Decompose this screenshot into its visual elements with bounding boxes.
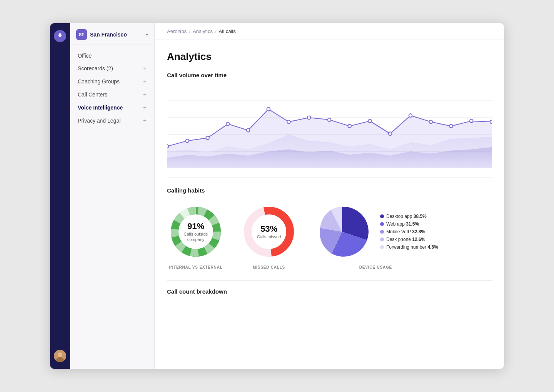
svg-point-8 [186,139,189,143]
svg-point-9 [206,136,209,140]
legend-dot-deskphone [380,238,384,241]
svg-point-21 [449,125,452,128]
call-count-title: Call count breakdown [167,288,492,295]
chevron-down-icon: ▾ [146,32,148,37]
breadcrumb-aerolabs[interactable]: Aerolabs [167,28,187,34]
content-body: Analytics Call volume over time [155,40,504,369]
device-usage-chart: Desktop app 38.5% Web app 31.5% Mobile V… [313,203,438,269]
svg-point-22 [470,119,473,123]
donut-percent-1: 91% Calls outside company [182,221,210,243]
section-divider [167,178,492,178]
svg-point-7 [167,145,169,148]
missed-calls-chart: 53% Calls missed MISSED CALLS [240,203,298,269]
svg-point-1 [58,352,62,357]
expand-icon: + [143,78,147,85]
app-logo[interactable] [54,30,66,42]
workspace-header[interactable]: SF San Francisco ▾ [70,23,154,45]
svg-point-19 [409,114,412,117]
svg-point-14 [307,116,310,120]
donut-label-2: MISSED CALLS [253,265,285,269]
svg-point-13 [287,120,290,124]
sidebar-item-office[interactable]: Office [70,50,154,62]
call-volume-title: Call volume over time [167,72,492,78]
charts-row: 91% Calls outside company INTERNAL VS EX… [167,203,492,269]
sidebar-item-privacy-legal[interactable]: Privacy and Legal + [70,114,154,127]
workspace-name: San Francisco [90,32,143,38]
svg-point-18 [389,132,392,135]
legend-item-webapp: Web app 31.5% [380,221,438,227]
donut-internal-external: 91% Calls outside company [167,203,225,261]
expand-icon: + [143,91,147,98]
sidebar-item-call-centers[interactable]: Call Centers + [70,88,154,101]
svg-point-10 [226,122,229,126]
pie-chart [313,203,371,261]
pie-label: DEVICE USAGE [359,265,392,269]
legend-dot-mobilevoip [380,230,384,234]
logo-icon [56,32,64,41]
breadcrumb-current: All calls [219,28,236,34]
calling-habits-title: Calling habits [167,187,492,194]
sidebar-item-coaching-groups[interactable]: Coaching Groups + [70,75,154,88]
expand-icon: + [143,117,147,124]
donut-label-1: INTERNAL VS EXTERNAL [169,265,222,269]
svg-point-15 [328,118,331,121]
breadcrumb-analytics[interactable]: Analytics [193,28,213,34]
device-usage-legend: Desktop app 38.5% Web app 31.5% Mobile V… [380,214,438,250]
legend-item-desktop: Desktop app 38.5% [380,214,438,219]
legend-dot-forwarding [380,245,384,249]
call-count-divider [167,280,492,281]
sidebar-dark [50,23,70,369]
main-content: Aerolabs / Analytics / All calls Analyti… [155,23,504,369]
svg-point-17 [368,119,371,123]
sidebar-item-voice-intelligence[interactable]: Voice Intelligence + [70,101,154,114]
svg-point-23 [490,120,492,124]
svg-point-12 [267,108,270,111]
app-window: SF San Francisco ▾ Office Scorecards (2)… [50,23,504,369]
sidebar-item-scorecards[interactable]: Scorecards (2) + [70,62,154,75]
workspace-badge: SF [76,29,87,40]
internal-external-chart: 91% Calls outside company INTERNAL VS EX… [167,203,225,269]
expand-icon: + [143,104,147,111]
donut-percent-2: 53% Calls missed [257,224,281,239]
legend-dot-webapp [380,222,384,226]
call-volume-chart [167,84,492,168]
legend-item-mobilevoip: Mobile VoIP 32.8% [380,229,438,234]
donut-missed-calls: 53% Calls missed [240,203,298,261]
user-avatar[interactable] [54,350,66,362]
page-title: Analytics [167,51,492,63]
legend-item-forwarding: Forwarding number 4.6% [380,244,438,250]
nav-items: Office Scorecards (2) + Coaching Groups … [70,45,154,369]
svg-point-16 [348,125,351,128]
legend-item-deskphone: Desk phone 12.6% [380,237,438,242]
breadcrumb: Aerolabs / Analytics / All calls [155,23,504,40]
svg-point-11 [247,129,250,132]
expand-icon: + [143,65,147,72]
svg-point-20 [429,120,432,124]
sidebar-nav: SF San Francisco ▾ Office Scorecards (2)… [70,23,155,369]
legend-dot-desktop [380,214,384,218]
